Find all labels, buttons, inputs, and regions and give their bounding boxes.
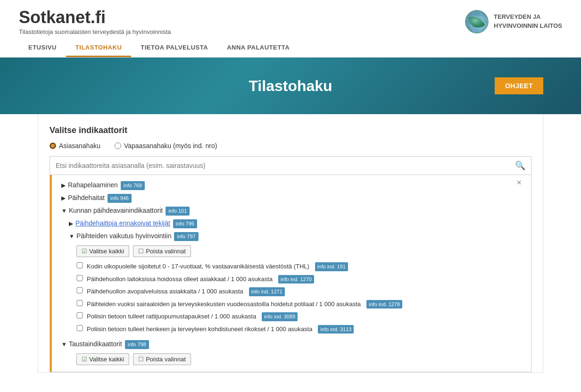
checkbox-0[interactable]: [76, 262, 83, 268]
close-button[interactable]: ×: [516, 178, 522, 188]
orange-line: [50, 175, 52, 372]
tree-arrow-kunnan: ▼: [61, 207, 67, 215]
thl-name: TERVEYDEN JA HYVINVOINNIN LAITOS: [494, 13, 562, 30]
checkbox-item-4: Poliisin tietoon tulleet rattijuopumusta…: [50, 310, 531, 323]
ind-badge-2[interactable]: info ind. 1271: [249, 287, 285, 296]
checkbox-item-3: Päihteiden vuoksi sairaaloiden ja tervey…: [50, 298, 531, 310]
search-button[interactable]: 🔍: [509, 157, 531, 175]
radio-free-label[interactable]: Vapaasanahaku (myös ind. nro): [115, 142, 217, 150]
deselect-icon-2: ☐: [138, 356, 144, 363]
ind-badge-0[interactable]: info ind. 191: [315, 262, 348, 271]
deselect-all-label: Poista valinnat: [146, 248, 186, 255]
checkmark-icon-2: ☑: [82, 356, 87, 363]
hero-section: Tilastohaku OHJEET: [0, 58, 581, 114]
checkbox-1[interactable]: [76, 275, 83, 281]
tree-arrow-paihdehaitat: ▶: [61, 194, 66, 202]
checkbox-label-1: Päihdehuollon laitoksissa hoidossa ollee…: [87, 275, 273, 284]
tree-item-kunnan[interactable]: ▼ Kunnan päihdeavainindikaat­torit info …: [50, 204, 531, 217]
tree-arrow-ennakoivat: ▶: [69, 219, 74, 228]
checkbox-4[interactable]: [76, 312, 83, 318]
action-row-1: ☑ Valitse kaikki ☐ Poista valinnat: [50, 242, 531, 260]
section-title: Valitse indikaattorit: [50, 125, 531, 135]
checkbox-item-1: Päihdehuollon laitoksissa hoidossa ollee…: [50, 273, 531, 285]
radio-keyword-text: Asiasanahaku: [59, 142, 100, 150]
tree-item-tausta[interactable]: ▼ Taustaindikaattorit info 798: [50, 338, 531, 350]
thl-logo-area: TERVEYDEN JA HYVINVOINNIN LAITOS: [465, 9, 562, 34]
main-content: Valitse indikaattorit Asiasanahaku Vapaa…: [38, 114, 543, 373]
checkbox-label-4: Poliisin tietoon tulleet rattijuopumusta…: [87, 312, 256, 321]
select-all-label-2: Valitse kaikki: [89, 356, 124, 363]
info-badge-tausta[interactable]: info 798: [125, 340, 149, 349]
info-badge-ennakoivat[interactable]: info 796: [173, 219, 197, 228]
tree-arrow-vaikutus: ▼: [69, 232, 75, 241]
tree-arrow-tausta: ▼: [61, 340, 67, 349]
select-all-button[interactable]: ☑ Valitse kaikki: [76, 245, 129, 257]
deselect-all-button-2[interactable]: ☐ Poista valinnat: [133, 353, 191, 365]
tree-item-paihdehaitat[interactable]: ▶ Päihdehaitat info 946: [50, 192, 531, 204]
checkbox-label-3: Päihteiden vuoksi sairaaloiden ja tervey…: [87, 300, 361, 309]
ind-badge-3[interactable]: info ind. 1278: [366, 300, 402, 309]
site-logo: Sotkanet.fi: [19, 8, 171, 27]
tree-arrow-rahapelaaminen: ▶: [61, 181, 66, 190]
checkbox-label-2: Päihdehuollon avopalveluissa asiakkaita …: [87, 287, 243, 296]
thl-globe-icon: [465, 9, 489, 34]
info-badge-kunnan[interactable]: info 101: [166, 207, 190, 216]
info-badge-paihdehaitat[interactable]: info 946: [108, 194, 132, 203]
search-box: 🔍: [50, 156, 531, 175]
checkbox-5[interactable]: [76, 325, 83, 331]
select-all-label: Valitse kaikki: [89, 248, 124, 255]
select-all-button-2[interactable]: ☑ Valitse kaikki: [76, 353, 129, 365]
site-subtitle: Tilastotietoja suomalaisten terveydestä …: [19, 28, 171, 35]
checkmark-icon: ☑: [82, 248, 87, 255]
tree-item-vaikutus[interactable]: ▼ Päihteiden vaikutus hyvinvointiin info…: [50, 230, 531, 242]
checkbox-label-5: Poliisin tietoon tulleet henkeen ja terv…: [87, 325, 312, 334]
action-row-2: ☑ Valitse kaikki ☐ Poista valinnat: [50, 350, 531, 368]
checkbox-label-0: Kodin ulkopuolelle sijoitetut 0 - 17-vuo…: [87, 262, 309, 271]
ohjeet-button[interactable]: OHJEET: [495, 77, 543, 94]
radio-keyword-label[interactable]: Asiasanahaku: [50, 142, 100, 150]
nav-tilastohaku[interactable]: TILASTOHAKU: [66, 39, 131, 57]
info-badge-rahapelaaminen[interactable]: info 768: [121, 181, 145, 190]
search-icon: 🔍: [515, 161, 525, 170]
ind-badge-4[interactable]: info ind. 3089: [262, 312, 298, 321]
deselect-all-button[interactable]: ☐ Poista valinnat: [133, 245, 191, 257]
tree-item-rahapelaaminen[interactable]: ▶ Rahapelaaminen info 768: [50, 179, 531, 192]
main-nav: ETUSIVU TILASTOHAKU TIETOA PALVELUSTA AN…: [0, 39, 581, 58]
ind-badge-5[interactable]: info ind. 3113: [318, 325, 354, 334]
tree-label-kunnan: Kunnan päihdeavainindikaat­torit: [69, 206, 163, 216]
radio-free[interactable]: [115, 142, 121, 149]
logo-area: Sotkanet.fi Tilastotietoja suomalaisten …: [19, 8, 171, 35]
header: Sotkanet.fi Tilastotietoja suomalaisten …: [0, 0, 581, 39]
radio-free-text: Vapaasanahaku (myös ind. nro): [124, 142, 217, 150]
nav-palaute[interactable]: ANNA PALAUTETTA: [217, 39, 299, 57]
checkbox-item-2: Päihdehuollon avopalveluissa asiakkaita …: [50, 285, 531, 298]
nav-etusivu[interactable]: ETUSIVU: [19, 39, 66, 57]
deselect-all-label-2: Poista valinnat: [146, 356, 186, 363]
search-type-radio-group: Asiasanahaku Vapaasanahaku (myös ind. nr…: [50, 142, 531, 150]
tree-scroll[interactable]: ▶ Rahapelaaminen info 768 ▶ Päihdehaitat…: [50, 175, 531, 372]
checkbox-item-5: Poliisin tietoon tulleet henkeen ja terv…: [50, 323, 531, 335]
deselect-icon: ☐: [138, 248, 144, 255]
info-badge-vaikutus[interactable]: info 797: [174, 232, 198, 241]
hero-title: Tilastohaku: [249, 77, 332, 95]
radio-keyword[interactable]: [50, 142, 56, 149]
checkbox-item-0: Kodin ulkopuolelle sijoitetut 0 - 17-vuo…: [50, 260, 531, 273]
ind-badge-1[interactable]: info ind. 1270: [278, 275, 314, 284]
checkbox-2[interactable]: [76, 287, 83, 293]
tree-label-vaikutus: Päihteiden vaikutus hyvinvointiin: [76, 231, 172, 241]
tree-label-paihdehaitat: Päihdehaitat: [68, 193, 105, 203]
tree-label-tausta: Taustaindikaattorit: [69, 339, 122, 349]
tree-label-ennakoivat[interactable]: Päihdehaittoja ennakoivat tekijät: [75, 218, 170, 228]
checkbox-3[interactable]: [76, 300, 83, 306]
search-input[interactable]: [50, 157, 509, 174]
nav-tietoa[interactable]: TIETOA PALVELUSTA: [131, 39, 217, 57]
tree-label-rahapelaaminen: Rahapelaaminen: [68, 180, 118, 190]
tree-item-ennakoivat[interactable]: ▶ Päihdehaittoja ennakoivat tekijät info…: [50, 217, 531, 230]
tree-container: × ▶ Rahapelaaminen info 768 ▶ Päihdehait…: [50, 175, 531, 372]
